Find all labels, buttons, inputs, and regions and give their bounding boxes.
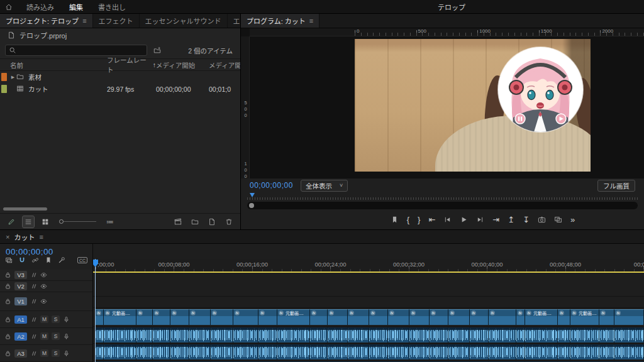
track-output-eye-icon[interactable] — [40, 283, 47, 290]
sync-lock-icon[interactable] — [30, 316, 37, 323]
solo-button[interactable]: S — [52, 332, 60, 340]
audio-clip[interactable] — [369, 327, 388, 343]
fx-badge-icon[interactable]: fx — [311, 310, 316, 315]
audio-clip[interactable] — [470, 327, 489, 343]
video-clip[interactable]: fx — [136, 309, 153, 325]
audio-clip[interactable] — [258, 344, 277, 359]
fx-badge-icon[interactable]: fx — [105, 310, 110, 315]
list-view-icon[interactable] — [23, 216, 34, 228]
project-panel-tab-0[interactable]: プロジェクト: テロップ≡ — [0, 14, 93, 28]
nest-toggle-icon[interactable] — [5, 256, 13, 264]
audio-clip[interactable] — [614, 344, 644, 359]
video-clip[interactable]: fx元動画.... — [525, 309, 558, 325]
new-item-icon[interactable] — [206, 216, 218, 228]
audio-clip[interactable] — [348, 344, 369, 359]
track-lock-icon[interactable] — [4, 333, 11, 340]
audio-clip[interactable] — [348, 327, 369, 343]
audio-clip[interactable] — [136, 344, 153, 359]
mark-in-icon[interactable]: { — [407, 216, 409, 224]
column-header-3[interactable]: メディア開 — [209, 60, 240, 70]
video-clip[interactable]: fx — [328, 309, 348, 325]
audio-clip[interactable] — [525, 344, 558, 359]
video-clip[interactable]: fx — [369, 309, 388, 325]
fx-badge-icon[interactable]: fx — [235, 310, 240, 315]
video-clip[interactable]: fx — [558, 309, 570, 325]
fx-badge-icon[interactable]: fx — [411, 310, 416, 315]
audio-clip[interactable] — [104, 327, 136, 343]
zoom-slider-knob[interactable] — [59, 219, 64, 224]
audio-clip[interactable] — [277, 344, 310, 359]
extract-icon[interactable]: ↧ — [523, 216, 530, 224]
column-header-2[interactable]: メディア開始 — [156, 60, 209, 70]
timeline-ruler[interactable]: ;00;0000;00;08;0000;00;16;0000;00;24;000… — [93, 259, 644, 273]
video-clip[interactable]: fx — [599, 309, 614, 325]
program-video-frame[interactable] — [355, 39, 591, 172]
step-back-icon[interactable] — [443, 216, 452, 224]
fx-badge-icon[interactable]: fx — [601, 310, 606, 315]
video-clip[interactable]: fx — [95, 309, 104, 325]
fx-badge-icon[interactable]: fx — [329, 310, 334, 315]
top-tab-1[interactable]: 編集 — [62, 0, 91, 14]
fx-badge-icon[interactable]: fx — [389, 310, 394, 315]
edit-pencil-icon[interactable] — [6, 216, 17, 228]
video-clip[interactable]: fx — [388, 309, 409, 325]
audio-clip[interactable] — [170, 344, 189, 359]
project-panel-tab-1[interactable]: エフェクト — [93, 14, 140, 28]
audio-clip[interactable] — [189, 344, 211, 359]
comparison-view-icon[interactable] — [554, 216, 562, 224]
program-scrollbar[interactable] — [247, 202, 638, 209]
go-to-in-icon[interactable]: ⇤ — [428, 216, 435, 224]
label-color-chip[interactable] — [1, 85, 7, 93]
track-badge-A2[interactable]: A2 — [14, 332, 27, 341]
audio-clip[interactable] — [409, 327, 430, 343]
fx-badge-icon[interactable]: fx — [431, 310, 436, 315]
solo-button[interactable]: S — [52, 315, 60, 323]
tab-program[interactable]: プログラム: カット ≡ — [241, 14, 319, 28]
audio-clip[interactable] — [189, 327, 211, 343]
fx-badge-icon[interactable]: fx — [471, 310, 476, 315]
video-clip[interactable]: fx元動画.... — [104, 309, 136, 325]
project-hscrollbar[interactable] — [2, 206, 238, 212]
track-badge-V2[interactable]: V2 — [14, 282, 27, 290]
fx-badge-icon[interactable]: fx — [349, 310, 354, 315]
video-clip[interactable]: fx — [409, 309, 430, 325]
fx-badge-icon[interactable]: fx — [154, 310, 159, 315]
icon-view-icon[interactable] — [40, 216, 51, 228]
track-badge-A1[interactable]: A1 — [14, 315, 27, 324]
track-badge-V3[interactable]: V3 — [14, 271, 27, 279]
video-clip[interactable]: fx — [170, 309, 189, 325]
search-input[interactable] — [5, 45, 147, 56]
captions-icon[interactable]: CC — [77, 257, 87, 263]
audio-clip[interactable] — [570, 327, 599, 343]
audio-clip[interactable] — [448, 327, 470, 343]
audio-clip[interactable] — [211, 344, 233, 359]
sync-lock-icon[interactable] — [30, 333, 37, 340]
voiceover-mic-icon[interactable] — [63, 350, 70, 357]
panel-menu-icon[interactable]: ≡ — [82, 17, 86, 25]
fx-badge-icon[interactable]: fx — [260, 310, 265, 315]
video-clip[interactable]: fx — [189, 309, 211, 325]
label-color-chip[interactable] — [1, 73, 7, 81]
video-clip[interactable]: fx — [489, 309, 516, 325]
track-lock-icon[interactable] — [4, 316, 11, 323]
track-lock-icon[interactable] — [4, 298, 11, 305]
sync-lock-icon[interactable] — [30, 272, 37, 278]
mute-button[interactable]: M — [40, 349, 48, 357]
audio-clip[interactable] — [310, 327, 328, 343]
audio-clip[interactable] — [95, 327, 104, 343]
fx-badge-icon[interactable]: fx — [172, 310, 177, 315]
fx-badge-icon[interactable]: fx — [526, 310, 531, 315]
video-clip[interactable]: fx — [430, 309, 448, 325]
new-bin-icon[interactable] — [153, 47, 161, 54]
mute-button[interactable]: M — [40, 332, 48, 340]
audio-clip[interactable] — [570, 344, 599, 359]
audio-clip[interactable] — [277, 327, 310, 343]
audio-clip[interactable] — [233, 327, 258, 343]
mark-out-icon[interactable]: } — [418, 216, 420, 224]
fx-badge-icon[interactable]: fx — [191, 310, 196, 315]
fx-badge-icon[interactable]: fx — [450, 310, 455, 315]
video-clip[interactable]: fx元動画.... — [277, 309, 310, 325]
audio-clip[interactable] — [525, 327, 558, 343]
track-lock-icon[interactable] — [4, 350, 11, 357]
track-lock-icon[interactable] — [4, 272, 11, 278]
